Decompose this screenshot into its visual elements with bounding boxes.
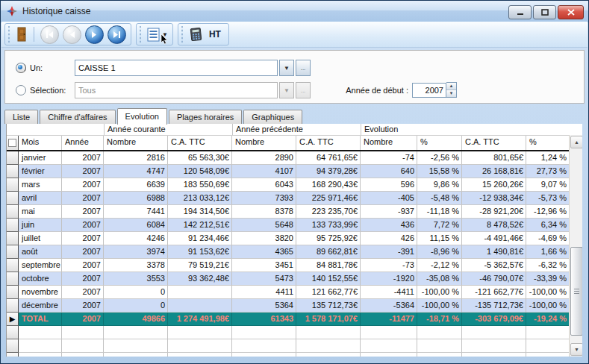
table-cell: 95 725,92€ (296, 232, 361, 245)
radio-selection[interactable] (16, 85, 26, 95)
minimize-button[interactable] (508, 5, 532, 19)
table-row[interactable]: février20074747120 548,09€410794 379,28€… (7, 165, 582, 178)
col-header-ca-evolution[interactable]: C.A. TTC (462, 136, 526, 150)
year-spin-up[interactable]: ▲ (446, 83, 456, 90)
radio-un[interactable] (16, 63, 26, 73)
table-cell: -74 (361, 151, 417, 165)
scroll-up-arrow[interactable]: ▲ (570, 136, 582, 148)
caisse-combobox[interactable]: CAISSE 1 (75, 60, 278, 76)
col-header-nombre-courant[interactable]: Nombre (104, 136, 168, 150)
table-row[interactable] (7, 326, 582, 339)
row-selector[interactable] (7, 299, 19, 313)
col-header-pct-ca[interactable]: % (526, 136, 570, 150)
year-spin-down[interactable]: ▼ (446, 90, 456, 97)
table-cell: 4107 (232, 165, 296, 178)
table-row[interactable]: juillet2007424691 234,46€382095 725,92€4… (7, 232, 582, 245)
next-record-button[interactable] (85, 25, 104, 44)
tab-chiffre-affaires[interactable]: Chiffre d'affaires (40, 110, 115, 124)
table-cell: 596 (361, 178, 417, 192)
grip-handle-icon[interactable] (139, 26, 142, 43)
table-row[interactable] (7, 353, 582, 357)
col-header-nombre-precedent[interactable]: Nombre (232, 136, 296, 150)
tab-plages-horaires[interactable]: Plages horaires (169, 110, 242, 124)
table-row[interactable]: mars20076639183 550,69€6043168 290,43€59… (7, 178, 582, 192)
row-selector[interactable] (7, 205, 19, 219)
table-row[interactable]: avril20076988213 033,12€7393225 971,46€-… (7, 192, 582, 205)
selection-label: Sélection: (30, 86, 75, 95)
selection-dropdown-button[interactable]: ▼ (279, 82, 294, 98)
scrollbar-thumb[interactable] (570, 247, 582, 336)
row-selector[interactable] (7, 245, 19, 259)
row-selector[interactable] (7, 259, 19, 272)
exit-button[interactable] (16, 27, 28, 42)
select-all-cell[interactable] (7, 136, 19, 150)
table-row[interactable]: novembre200704411121 662,77€-4411-100,00… (7, 286, 582, 299)
table-cell: 11,15 % (417, 232, 462, 245)
table-cell: 2007 (62, 272, 104, 286)
table-row[interactable]: ▶TOTAL2007498661 274 491,98€613431 578 1… (7, 313, 582, 326)
scroll-down-arrow[interactable]: ▼ (570, 343, 582, 356)
title-bar[interactable]: Historique caisse (1, 1, 588, 22)
last-record-button[interactable] (107, 25, 126, 44)
table-cell: 8 478,52€ (462, 219, 526, 232)
ht-toggle-button[interactable]: HT (189, 27, 224, 42)
selection-browse-button[interactable]: ... (296, 82, 311, 98)
vertical-scrollbar[interactable]: ▲ ▼ (569, 135, 582, 357)
table-cell (62, 353, 104, 357)
mouse-cursor (161, 34, 168, 45)
col-header-ca-courant[interactable]: C.A. TTC (168, 136, 232, 150)
caisse-dropdown-button[interactable]: ▼ (279, 60, 294, 76)
row-selector[interactable]: ▶ (7, 313, 19, 326)
table-cell: 194 314,50€ (168, 205, 232, 219)
row-selector[interactable] (7, 178, 19, 192)
table-cell: 2007 (62, 232, 104, 245)
table-row[interactable]: juin20076084142 212,51€5648133 733,99€43… (7, 219, 582, 232)
grip-handle-icon[interactable] (181, 26, 184, 43)
table-cell: 2007 (62, 178, 104, 192)
tab-evolution[interactable]: Evolution (117, 108, 167, 125)
grip-handle-icon[interactable] (7, 26, 10, 43)
table-cell: 801,65€ (462, 151, 526, 165)
row-selector[interactable] (7, 272, 19, 286)
row-selector[interactable] (7, 165, 19, 178)
tab-liste[interactable]: Liste (4, 110, 38, 124)
maximize-button[interactable] (533, 5, 556, 19)
row-selector[interactable] (7, 232, 19, 245)
previous-record-button[interactable] (63, 25, 81, 44)
table-cell (296, 339, 361, 353)
col-header-annee[interactable]: Année (62, 136, 104, 150)
select-all-checkbox[interactable] (8, 139, 16, 147)
table-cell (417, 326, 462, 339)
table-cell: 26 168,81€ (462, 165, 526, 178)
row-selector[interactable] (7, 151, 19, 165)
table-row[interactable]: mai20077441194 314,50€8378223 235,70€-93… (7, 205, 582, 219)
table-row[interactable]: janvier2007281665 563,30€289064 761,65€-… (7, 151, 582, 165)
table-row[interactable]: octobre2007355393 362,48€5473140 152,55€… (7, 272, 582, 286)
grid-body: janvier2007281665 563,30€289064 761,65€-… (7, 151, 582, 357)
table-cell: 183 550,69€ (168, 178, 232, 192)
tab-graphiques[interactable]: Graphiques (243, 110, 302, 124)
caisse-value: CAISSE 1 (78, 63, 116, 72)
table-cell: -5,73 % (526, 192, 570, 205)
selection-combobox[interactable]: Tous (75, 82, 278, 98)
table-cell: 5364 (232, 299, 296, 313)
row-selector[interactable] (7, 286, 19, 299)
col-header-ca-precedent[interactable]: C.A. TTC (296, 136, 361, 150)
table-row[interactable]: août2007397491 153,62€436589 662,81€-391… (7, 245, 582, 259)
row-selector[interactable] (7, 192, 19, 205)
row-selector[interactable] (7, 326, 19, 339)
caisse-browse-button[interactable]: ... (296, 60, 311, 76)
year-input[interactable]: 2007 (412, 83, 446, 98)
table-row[interactable]: décembre200705364135 712,73€-5364-100,00… (7, 299, 582, 313)
table-cell (462, 339, 526, 353)
table-row[interactable]: septembre2007337879 519,21€345184 881,78… (7, 259, 582, 272)
col-header-mois[interactable]: Mois (19, 136, 62, 150)
first-record-button[interactable] (40, 25, 59, 44)
row-selector[interactable] (7, 339, 19, 353)
table-row[interactable] (7, 339, 582, 353)
col-header-pct-nombre[interactable]: % (417, 136, 462, 150)
col-header-nombre-evolution[interactable]: Nombre (361, 136, 417, 150)
row-selector[interactable] (7, 353, 19, 357)
row-selector[interactable] (7, 219, 19, 232)
close-button[interactable] (558, 5, 584, 19)
